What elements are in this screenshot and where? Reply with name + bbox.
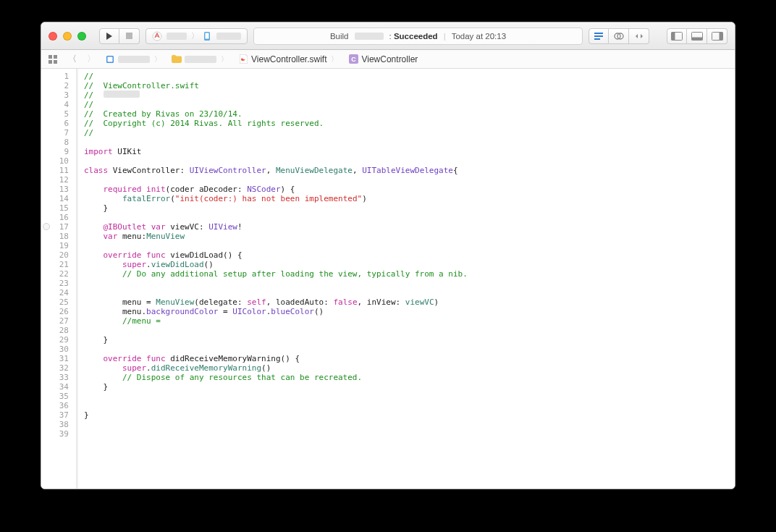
line-number[interactable]: 25 — [53, 297, 72, 307]
code-line[interactable]: super.viewDidLoad() — [84, 260, 729, 269]
code-line[interactable] — [84, 241, 729, 250]
code-line[interactable]: import UIKit — [84, 147, 729, 156]
scheme-selector[interactable]: 〉 — [146, 28, 248, 44]
activity-status-bar[interactable]: Build : Succeeded | Today at 20:13 — [253, 28, 583, 45]
line-number[interactable]: 4 — [53, 100, 72, 109]
code-line[interactable]: super.didReceiveMemoryWarning() — [84, 363, 729, 373]
code-line[interactable]: menu.backgroundColor = UIColor.blueColor… — [84, 307, 729, 316]
code-line[interactable]: // — [84, 72, 729, 81]
code-line[interactable]: class ViewController: UIViewController, … — [84, 166, 729, 175]
breadcrumb-file[interactable]: ViewController.swift 〉 — [235, 50, 342, 68]
code-line[interactable]: } — [84, 335, 729, 345]
code-line[interactable] — [84, 156, 729, 166]
line-number[interactable]: 7 — [53, 128, 72, 138]
line-number[interactable]: 14 — [53, 194, 72, 203]
run-button[interactable] — [99, 28, 119, 44]
toggle-utilities-button[interactable] — [707, 28, 728, 44]
source-editor[interactable]: 1234567891011121314151617181920212223242… — [41, 69, 735, 489]
line-number[interactable]: 21 — [53, 260, 72, 269]
line-number[interactable]: 23 — [53, 279, 72, 288]
code-line[interactable]: } — [84, 203, 729, 213]
code-line[interactable] — [84, 429, 729, 439]
line-number[interactable]: 35 — [53, 392, 72, 401]
line-number[interactable]: 26 — [53, 307, 72, 316]
line-number[interactable]: 33 — [53, 373, 72, 382]
code-line[interactable] — [84, 420, 729, 429]
line-number[interactable]: 8 — [53, 138, 72, 147]
code-line[interactable]: // ViewController.swift — [84, 81, 729, 90]
gutter[interactable]: 1234567891011121314151617181920212223242… — [41, 69, 77, 489]
code-line[interactable] — [84, 392, 729, 401]
code-line[interactable]: @IBOutlet var viewVC: UIView! — [84, 222, 729, 232]
code-line[interactable] — [84, 288, 729, 297]
code-line[interactable]: // Do any additional setup after loading… — [84, 269, 729, 279]
line-number[interactable]: 5 — [53, 109, 72, 119]
code-line[interactable]: override func didReceiveMemoryWarning() … — [84, 354, 729, 363]
code-line[interactable]: // Copyright (c) 2014 Rivas. All rights … — [84, 119, 729, 128]
code-line[interactable] — [84, 345, 729, 354]
code-line[interactable]: // — [84, 90, 729, 100]
code-line[interactable]: // Dispose of any resources that can be … — [84, 373, 729, 382]
line-number[interactable]: 37 — [53, 410, 72, 420]
code-line[interactable]: override func viewDidLoad() { — [84, 250, 729, 260]
code-area[interactable]: //// ViewController.swift// //// Created… — [77, 69, 735, 489]
outlet-connection-indicator[interactable] — [43, 223, 50, 230]
history-back-button[interactable]: 〈 — [64, 53, 80, 66]
line-number[interactable]: 28 — [53, 326, 72, 335]
code-line[interactable]: // — [84, 128, 729, 138]
line-number[interactable]: 31 — [53, 354, 72, 363]
related-items-button[interactable] — [46, 53, 62, 66]
code-line[interactable]: fatalError("init(coder:) has not been im… — [84, 194, 729, 203]
code-line[interactable]: // Created by Rivas on 23/10/14. — [84, 109, 729, 119]
line-number[interactable]: 20 — [53, 250, 72, 260]
code-line[interactable]: required init(coder aDecoder: NSCoder) { — [84, 185, 729, 194]
line-number[interactable]: 9 — [53, 147, 72, 156]
code-line[interactable]: } — [84, 382, 729, 392]
line-number[interactable]: 11 — [53, 166, 72, 175]
version-editor-button[interactable] — [629, 28, 649, 44]
close-window-button[interactable] — [48, 32, 57, 41]
code-line[interactable]: menu = MenuView(delegate: self, loadedAu… — [84, 297, 729, 307]
code-line[interactable]: var menu:MenuView — [84, 232, 729, 241]
code-line[interactable]: //menu = — [84, 316, 729, 326]
code-line[interactable] — [84, 401, 729, 410]
code-line[interactable]: } — [84, 410, 729, 420]
line-number[interactable]: 36 — [53, 401, 72, 410]
line-number[interactable]: 30 — [53, 345, 72, 354]
line-number[interactable]: 1 — [53, 72, 72, 81]
line-number[interactable]: 32 — [53, 363, 72, 373]
line-number[interactable]: 2 — [53, 81, 72, 90]
breadcrumb-project[interactable]: 〉 — [102, 50, 166, 68]
line-number[interactable]: 3 — [53, 90, 72, 100]
breadcrumb-group[interactable]: 〉 — [169, 50, 232, 68]
breadcrumb-symbol[interactable]: C ViewController — [345, 50, 421, 68]
line-number[interactable]: 15 — [53, 203, 72, 213]
line-number[interactable]: 18 — [53, 232, 72, 241]
line-number[interactable]: 12 — [53, 175, 72, 185]
line-number[interactable]: 10 — [53, 156, 72, 166]
code-line[interactable]: // — [84, 100, 729, 109]
line-number[interactable]: 13 — [53, 185, 72, 194]
code-line[interactable] — [84, 279, 729, 288]
toggle-debug-area-button[interactable] — [687, 28, 707, 44]
line-number[interactable]: 24 — [53, 288, 72, 297]
line-number[interactable]: 6 — [53, 119, 72, 128]
minimize-window-button[interactable] — [63, 32, 72, 41]
standard-editor-button[interactable] — [589, 28, 609, 44]
line-number[interactable]: 29 — [53, 335, 72, 345]
line-number[interactable]: 27 — [53, 316, 72, 326]
code-line[interactable] — [84, 213, 729, 222]
history-forward-button[interactable]: 〉 — [83, 53, 99, 66]
line-number[interactable]: 22 — [53, 269, 72, 279]
line-number[interactable]: 16 — [53, 213, 72, 222]
line-number[interactable]: 17 — [53, 222, 72, 232]
assistant-editor-button[interactable] — [609, 28, 629, 44]
line-number[interactable]: 34 — [53, 382, 72, 392]
code-line[interactable] — [84, 326, 729, 335]
zoom-window-button[interactable] — [77, 32, 86, 41]
line-number[interactable]: 39 — [53, 429, 72, 439]
code-line[interactable] — [84, 138, 729, 147]
stop-button[interactable] — [119, 28, 140, 44]
code-line[interactable] — [84, 175, 729, 185]
line-number[interactable]: 19 — [53, 241, 72, 250]
